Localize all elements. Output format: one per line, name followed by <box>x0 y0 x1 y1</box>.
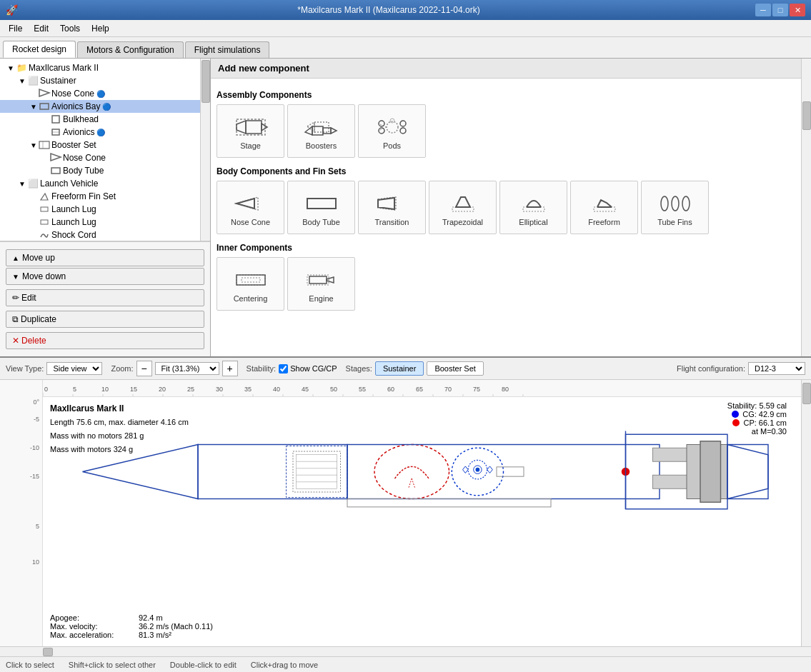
svg-point-108 <box>476 468 480 472</box>
zoom-out-button[interactable]: − <box>136 361 152 376</box>
tree-node-launch-vehicle[interactable]: ▼ ⬜ Launch Vehicle <box>0 177 210 190</box>
tree-node-shock-cord[interactable]: ▶ Shock Cord <box>0 229 210 241</box>
lv-expand[interactable]: ▼ <box>17 179 27 189</box>
tab-flight-simulations[interactable]: Flight simulations <box>185 41 270 58</box>
tree-expand-icon[interactable]: ▼ <box>6 63 16 73</box>
svg-text:5: 5 <box>73 386 76 393</box>
tree-expand-icon[interactable]: ▼ <box>17 76 27 86</box>
nosecone-comp-icon <box>233 189 269 218</box>
component-transition[interactable]: Transition <box>358 181 426 234</box>
add-component-header: Add new component <box>211 59 811 79</box>
component-boosters[interactable]: Boosters <box>287 104 355 158</box>
fin-icon <box>39 192 50 201</box>
tree-node-avionics[interactable]: ▶ Avionics 🔵 <box>0 126 210 139</box>
sustainer-button[interactable]: Sustainer <box>375 361 424 376</box>
component-nose-cone[interactable]: Nose Cone <box>217 181 284 234</box>
svg-text:60: 60 <box>387 386 394 393</box>
move-down-icon: ▼ <box>12 273 19 281</box>
view-type-select[interactable]: Side view <box>46 362 102 375</box>
bottom-panel: View Type: Side view Zoom: − Fit (31.3%)… <box>0 356 811 656</box>
cg-dot <box>732 411 739 418</box>
edit-button[interactable]: ✏ Edit <box>6 289 204 306</box>
component-freeform[interactable]: Freeform <box>570 181 638 234</box>
viz-scrollbar[interactable] <box>801 380 811 646</box>
shockcord-icon <box>39 231 50 239</box>
tree-expand-icon[interactable]: ▶ <box>29 89 39 99</box>
show-cgcp-label: Show CG/CP <box>279 364 337 373</box>
tree-node-nose-cone-2[interactable]: ▶ Nose Cone <box>0 151 210 164</box>
booster-expand[interactable]: ▼ <box>29 140 39 150</box>
trapezoidal-comp-icon <box>445 189 481 218</box>
hint-double-click: Double-click to edit <box>170 661 237 669</box>
svg-text:10: 10 <box>101 386 109 393</box>
tree-node-launch-lug-2[interactable]: ▶ Launch Lug <box>0 216 210 229</box>
tree-node-nose-cone[interactable]: ▶ Nose Cone 🔵 <box>0 87 210 100</box>
zoom-select[interactable]: Fit (31.3%) <box>155 362 219 375</box>
move-up-button[interactable]: ▲ Move up <box>6 249 204 266</box>
right-scrollbar[interactable] <box>801 59 811 356</box>
cp-dot <box>732 419 740 426</box>
menu-help[interactable]: Help <box>86 22 115 35</box>
folder-icon: 📁 <box>16 64 27 72</box>
component-content[interactable]: Assembly Components Stage <box>211 79 811 356</box>
tree-node-avionics-bay[interactable]: ▼ Avionics Bay 🔵 <box>0 100 210 113</box>
bodytube-icon <box>50 166 61 175</box>
tab-motors-config[interactable]: Motors & Configuration <box>77 41 184 58</box>
boosters-component-icon <box>304 113 339 141</box>
component-elliptical[interactable]: Elliptical <box>499 181 567 234</box>
menu-tools[interactable]: Tools <box>54 22 86 35</box>
booster-set-button[interactable]: Booster Set <box>427 361 483 376</box>
tree-node-freeform-fin[interactable]: ▶ Freeform Fin Set <box>0 190 210 203</box>
flight-config-select[interactable]: D12-3 <box>748 362 805 375</box>
svg-text:45: 45 <box>302 386 309 393</box>
lug2-icon <box>39 218 50 226</box>
svg-text:0: 0 <box>44 386 48 393</box>
move-down-button[interactable]: ▼ Move down <box>6 268 204 285</box>
tree-node-sustainer[interactable]: ▼ ⬜ Sustainer <box>0 74 210 87</box>
minimize-button[interactable]: ─ <box>755 4 771 16</box>
component-pods[interactable]: Pods <box>358 104 426 158</box>
component-stage[interactable]: Stage <box>217 104 284 158</box>
stages-group: Stages: Sustainer Booster Set <box>346 361 484 376</box>
tree-scroll[interactable]: ▼ 📁 MaxIlcarus Mark II ▼ ⬜ Sustainer ▶ <box>0 59 210 241</box>
svg-marker-9 <box>41 194 48 200</box>
zoom-in-button[interactable]: + <box>222 361 238 376</box>
horizontal-scrollbar[interactable] <box>0 646 811 656</box>
pods-component-icon <box>374 113 410 141</box>
menu-edit[interactable]: Edit <box>28 22 54 35</box>
svg-rect-25 <box>314 122 329 132</box>
tree-node-launch-lug-1[interactable]: ▶ Launch Lug <box>0 203 210 216</box>
duplicate-button[interactable]: ⧉ Duplicate <box>6 311 204 328</box>
tree-node-booster-set[interactable]: ▼ Booster Set <box>0 139 210 151</box>
component-tube-fins[interactable]: Tube Fins <box>641 181 709 234</box>
delete-button[interactable]: ✕ Delete <box>6 332 204 349</box>
component-trapezoidal[interactable]: Trapezoidal <box>429 181 497 234</box>
show-cgcp-checkbox[interactable] <box>279 364 288 373</box>
menu-file[interactable]: File <box>3 22 28 35</box>
rocket-canvas[interactable]: 0 5 10 15 20 25 30 35 40 45 50 55 60 65 <box>43 380 801 646</box>
svg-rect-29 <box>323 128 331 134</box>
tree-node-bulkhead[interactable]: ▶ Bulkhead <box>0 113 210 126</box>
tree-node-body-tube[interactable]: ▶ Body Tube <box>0 164 210 177</box>
elliptical-comp-label: Elliptical <box>519 218 547 226</box>
svg-rect-10 <box>41 207 48 211</box>
tree-expand-icon[interactable]: ▼ <box>29 101 39 111</box>
pods-label: Pods <box>383 141 401 150</box>
component-engine[interactable]: Engine <box>287 257 355 311</box>
component-body-tube[interactable]: Body Tube <box>287 181 355 234</box>
maximize-button[interactable]: □ <box>772 4 788 16</box>
no-expand8: ▶ <box>29 230 39 240</box>
tabbar: Rocket design Motors & Configuration Fli… <box>0 37 811 59</box>
apogee-panel: Apogee: 92.4 m Max. velocity: 36.2 m/s (… <box>50 613 213 639</box>
svg-marker-39 <box>237 199 254 209</box>
svg-text:35: 35 <box>244 386 252 393</box>
menubar: File Edit Tools Help <box>0 20 811 37</box>
tab-rocket-design[interactable]: Rocket design <box>3 41 76 58</box>
tree-scrollbar[interactable] <box>200 59 210 241</box>
component-centering[interactable]: Centering <box>217 257 284 311</box>
svg-rect-2 <box>52 116 59 123</box>
titlebar-title: *Maxilcarus Mark II (Maxilcarus 2022-11-… <box>22 5 755 15</box>
tree-node-maxilcarus[interactable]: ▼ 📁 MaxIlcarus Mark II <box>0 61 210 74</box>
svg-text:25: 25 <box>187 386 194 393</box>
close-button[interactable]: ✕ <box>790 4 805 16</box>
